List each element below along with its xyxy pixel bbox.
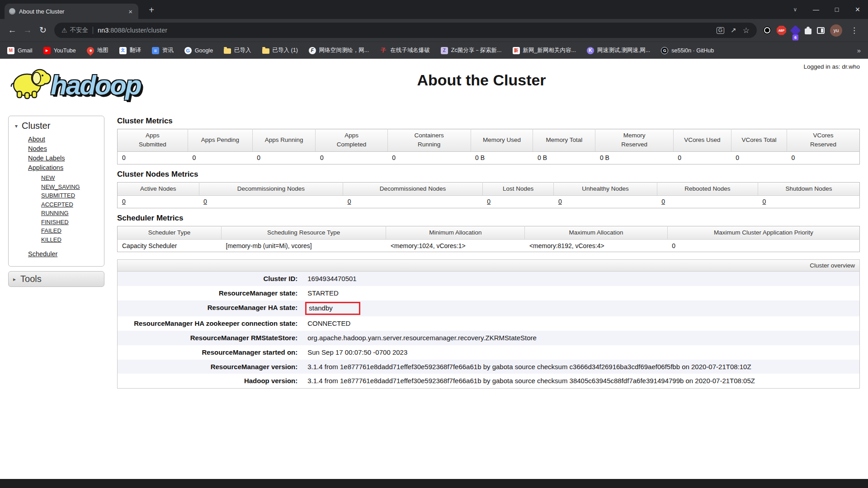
nodes-metrics-table: Active Nodes Decommissioning Nodes Decom… [117,182,860,208]
translate-icon[interactable]: G [717,27,724,34]
bookmark-zc[interactable]: ZZc菌分享－探索新... [441,47,502,54]
sidebar-item-new[interactable]: NEW [41,174,55,181]
shutdown-nodes-link[interactable]: 0 [763,198,766,205]
metric-value: 0 [673,151,731,164]
window-restore-icon[interactable]: □ [826,0,847,19]
unhealthy-nodes-link[interactable]: 0 [558,198,562,205]
scheduler-metrics-table: Scheduler Type Scheduling Resource Type … [117,226,860,252]
bookmarks-overflow-icon[interactable]: » [857,47,861,54]
decommissioned-nodes-link[interactable]: 0 [348,198,351,205]
sidebar-item-accepted[interactable]: ACCEPTED [41,201,73,208]
sidebar-item-killed[interactable]: KILLED [41,236,61,243]
column-header: Scheduling Resource Type [221,226,386,239]
node-count-cell: 0 [118,195,199,208]
side-panel-icon[interactable] [817,27,825,34]
github-icon: G [661,47,668,54]
sidebar-item-nodes[interactable]: Nodes [28,145,47,152]
tools-nav-header[interactable]: ▸ Tools [8,271,104,287]
address-bar[interactable]: ⚠ 不安全 nn3 :8088/cluster/cluster G ↗ ☆ [54,23,757,38]
table-row: ResourceManager started on: Sun Sep 17 0… [118,345,859,360]
node-count-cell: 0 [758,195,860,208]
page-title: About the Cluster [121,71,842,89]
overview-label: ResourceManager version: [118,360,303,374]
bookmark-maps[interactable]: 地图 [87,47,108,54]
sidebar-item-finished[interactable]: FINISHED [41,219,69,225]
overview-label: Hadoop version: [118,374,303,388]
bookmark-label: 已导入 [234,47,251,54]
logged-in-status: Logged in as: dr.who [803,63,860,70]
hadoop-version-value: 3.1.4 from 1e877761e8dadd71effef30e59236… [303,374,859,388]
youtube-icon: ▶ [43,47,51,54]
extensions-puzzle-icon[interactable] [805,28,811,34]
globe-favicon-icon [9,8,15,14]
bookmark-news[interactable]: ≡资讯 [152,47,174,54]
browser-toolbar: ← → ↻ ⚠ 不安全 nn3 :8088/cluster/cluster G … [0,19,868,42]
sidebar-item-scheduler[interactable]: Scheduler [28,250,57,258]
bookmark-translate[interactable]: 文翻译 [119,47,141,54]
bookmark-google[interactable]: GGoogle [184,47,213,54]
sidebar-item-submitted[interactable]: SUBMITTED [41,192,75,199]
chevron-right-icon: ▸ [13,276,16,282]
bookmark-label: 网络空间测绘，网... [319,47,369,54]
bookmark-label: 已导入 (1) [273,47,298,54]
column-header: Active Nodes [118,182,199,195]
decommissioning-nodes-link[interactable]: 0 [203,198,207,205]
scheduler-metrics-heading: Scheduler Metrics [117,214,860,223]
tab-close-icon[interactable]: × [127,8,134,15]
new-tab-button[interactable]: + [146,5,157,16]
tab-search-chevron-icon[interactable]: ∨ [785,0,806,19]
window-close-icon[interactable]: × [847,0,868,19]
browser-tab[interactable]: About the Cluster × [5,4,138,19]
bookmark-gmail[interactable]: MGmail [7,47,33,54]
translate-site-icon: 文 [119,47,127,54]
column-header: Maximum Cluster Application Priority [667,226,859,239]
node-count-cell: 0 [343,195,483,208]
bookmark-fofa[interactable]: F网络空间测绘，网... [309,47,369,54]
active-nodes-link[interactable]: 0 [122,198,126,205]
bookmark-label: 资讯 [162,47,174,54]
window-minimize-icon[interactable]: — [806,0,826,19]
back-icon[interactable]: ← [5,23,20,38]
scheduler-type-value: Capacity Scheduler [118,239,222,252]
node-count-cell: 0 [199,195,343,208]
sidebar-item-failed[interactable]: FAILED [41,227,61,234]
column-header: Lost Nodes [482,182,554,195]
script-extension-icon[interactable]: 6 [790,25,801,36]
share-icon[interactable]: ↗ [731,26,736,34]
forward-icon[interactable]: → [20,23,35,38]
sidebar-item-applications[interactable]: Applications [28,164,63,171]
node-count-cell: 0 [482,195,554,208]
bookmark-imported-folder-1[interactable]: 已导入 (1) [262,47,298,54]
bookmark-imported-folder[interactable]: 已导入 [224,47,251,54]
security-chip-label[interactable]: 不安全 [70,26,89,34]
adblock-extension-icon[interactable]: ABP [777,26,786,35]
reload-icon[interactable]: ↻ [35,23,51,38]
sidebar-item-about[interactable]: About [28,136,45,143]
column-header: Shutdown Nodes [758,182,860,195]
bookmark-youtube[interactable]: ▶YouTube [43,47,76,54]
column-header: VCores Reserved [787,129,860,152]
extensions-row: ABP 6 yu ⋮ [760,24,863,37]
not-secure-warning-icon: ⚠ [61,27,67,34]
bookmark-github[interactable]: Gse55i0n · GitHub [661,47,714,54]
folder-icon [262,48,269,54]
bookmark-star-icon[interactable]: ☆ [743,26,750,35]
news-icon: ≡ [152,47,159,54]
maps-pin-icon [85,45,95,56]
profile-avatar[interactable]: yu [830,24,842,37]
sidebar-item-new-saving[interactable]: NEW_SAVING [41,183,80,190]
lost-nodes-link[interactable]: 0 [487,198,491,205]
bookmark-speedtest[interactable]: K网速测试,测网速,网... [587,47,650,54]
cluster-nav-header[interactable]: ▾ Cluster [11,120,101,135]
bookmark-xinnet[interactable]: 新新网_新网相关内容... [513,47,576,54]
bookmark-subdomain[interactable]: 子在线子域名爆破 [380,47,430,54]
dark-extension-icon[interactable] [763,26,771,34]
rebooted-nodes-link[interactable]: 0 [661,198,665,205]
cluster-nav-links: About Nodes Node Labels Applications [28,135,101,173]
sidebar-item-node-labels[interactable]: Node Labels [28,155,65,162]
browser-menu-icon[interactable]: ⋮ [848,26,861,35]
sidebar-item-running[interactable]: RUNNING [41,210,69,216]
metric-value: 0 [188,151,252,164]
column-header: VCores Used [673,129,731,152]
table-row: ResourceManager RMStateStore: org.apache… [118,331,859,345]
